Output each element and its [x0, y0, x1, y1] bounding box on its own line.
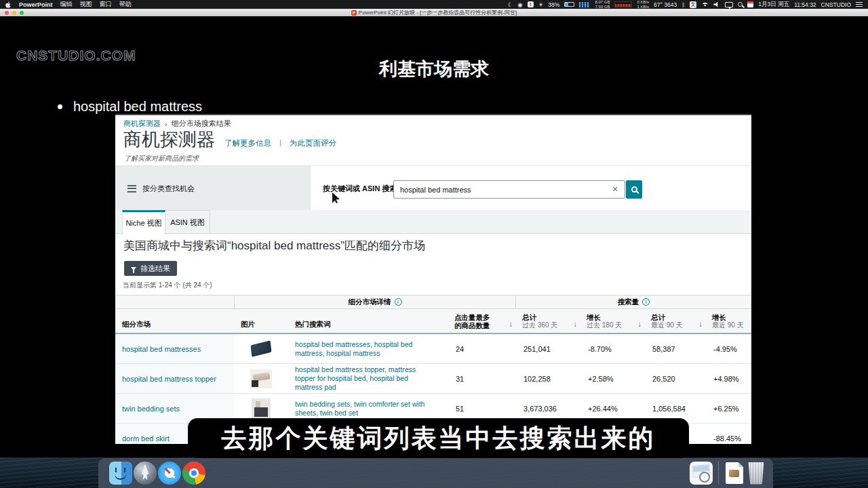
group-niche-details: 细分市场详情 i — [234, 296, 515, 308]
filter-results-button[interactable]: 筛选结果 — [124, 261, 177, 276]
battery-icon[interactable] — [564, 2, 574, 7]
clear-search-icon[interactable]: × — [610, 184, 620, 195]
search-button[interactable] — [626, 180, 642, 199]
growth-90: -4.95% — [705, 334, 751, 363]
safari-icon[interactable] — [158, 462, 181, 485]
window-title: P PowerPoint 幻灯片放映 - [一步一步教你选品可行性分析案例-阿甘… — [351, 9, 517, 16]
sort-arrow-icon[interactable]: ↓ — [573, 319, 577, 329]
volume-icon[interactable] — [713, 2, 720, 7]
bluetooth-icon[interactable]: ᛒ — [682, 1, 685, 8]
col-total-360: 总计过去 360 天 ↓ — [515, 309, 580, 333]
dock-divider — [718, 462, 719, 485]
table-column-headers: 细分市场 图片 热门搜索词 点击量最多的商品数量 ↓ 总计过去 360 天 ↓ … — [115, 309, 751, 334]
alert-icon[interactable]: ! — [528, 1, 534, 7]
slide-title: 利基市场需求 — [0, 57, 868, 81]
launchpad-icon[interactable] — [134, 462, 157, 485]
growth-90: +4.98% — [705, 364, 751, 393]
growth-180: +2.58% — [580, 364, 644, 393]
products-count: 31 — [448, 364, 515, 393]
close-window-button[interactable] — [5, 11, 9, 15]
top-keywords-link[interactable]: hospital bed mattresses, hospital bed ma… — [288, 334, 448, 363]
col-keywords: 热门搜索词 — [288, 309, 448, 333]
mouse-cursor — [332, 192, 340, 203]
niche-link[interactable]: hospital bed mattresses — [115, 334, 234, 363]
apple-menu-icon[interactable] — [5, 1, 12, 8]
results-count: 当前显示第 1-24 个 (共 24 个) — [123, 281, 212, 290]
total-90: 58,387 — [644, 334, 705, 363]
menu-list-icon[interactable] — [856, 2, 863, 7]
macos-menu-bar: PowerPoint 编辑 视图 窗口 帮助 ☾ ◉ ! ☀ 38% 8.07 … — [0, 0, 868, 9]
page-title: 商机探测器 — [123, 127, 215, 152]
filter-funnel-icon — [131, 267, 136, 270]
macos-dock — [98, 458, 773, 488]
sort-arrow-icon[interactable]: ↓ — [698, 319, 703, 329]
minimize-window-button[interactable] — [12, 11, 16, 15]
tab-strip: Niche 视图 ASIN 视图 — [115, 210, 751, 234]
temp-fan-readout[interactable]: 67° 3643 — [654, 1, 677, 8]
info-icon[interactable]: i — [642, 298, 650, 306]
preview-icon[interactable] — [690, 462, 713, 485]
zoom-window-button[interactable] — [20, 11, 24, 15]
products-count: 24 — [448, 334, 515, 363]
tab-niche-view[interactable]: Niche 视图 — [122, 210, 165, 235]
screen: PowerPoint 编辑 视图 窗口 帮助 ☾ ◉ ! ☀ 38% 8.07 … — [0, 0, 868, 488]
browse-by-category[interactable]: 按分类查找机会 — [115, 166, 311, 211]
slide-bullet: hospital bed mattress — [58, 99, 202, 115]
product-image[interactable] — [252, 399, 271, 419]
network-stats[interactable]: 0 KB/s1 KB/s — [637, 0, 649, 9]
menu-user[interactable]: CNSTUDIO — [821, 1, 851, 8]
menu-item-view[interactable]: 视图 — [80, 0, 92, 9]
niche-link[interactable]: hospital bed mattress topper — [115, 364, 234, 393]
memory-stats[interactable]: 8.07 GB7.93 GB — [595, 0, 610, 9]
eye-icon[interactable]: ◉ — [517, 1, 522, 8]
finder-icon[interactable] — [109, 462, 132, 485]
learn-more-link[interactable]: 了解更多信息 — [224, 138, 271, 148]
search-band: 按分类查找机会 按关键词或 ASIN 搜索 × — [115, 165, 751, 210]
col-total-90: 总计最近 90 天 ↓ — [644, 309, 705, 333]
bullet-dot — [58, 104, 62, 109]
menu-item-edit[interactable]: 编辑 — [60, 0, 73, 9]
total-90: 26,520 — [644, 364, 705, 393]
page-tagline: 了解买家对新商品的需求 — [124, 154, 199, 163]
browse-label: 按分类查找机会 — [142, 184, 195, 194]
menu-item-window[interactable]: 窗口 — [100, 0, 112, 9]
growth-90: -88.45% — [705, 424, 751, 444]
powerpoint-icon: P — [351, 10, 357, 16]
wifi-icon[interactable] — [701, 2, 709, 7]
table-row: hospital bed mattress topper hospital be… — [115, 364, 751, 394]
calendar-icon[interactable] — [747, 1, 753, 7]
battery-percent[interactable]: 38% — [548, 1, 559, 8]
product-image[interactable] — [250, 369, 272, 388]
search-label: 按关键词或 ASIN 搜索 — [323, 184, 397, 194]
network-graph-icon[interactable] — [614, 1, 632, 7]
tab-asin-view[interactable]: ASIN 视图 — [165, 210, 210, 234]
chrome-icon[interactable] — [182, 462, 205, 485]
menu-time[interactable]: 11:54:32 — [794, 1, 816, 8]
link-separator: | — [279, 138, 281, 148]
rate-page-link[interactable]: 为此页面评分 — [290, 138, 336, 148]
growth-180: -8.70% — [580, 334, 644, 363]
brightness-icon[interactable]: ☀ — [538, 1, 544, 8]
document-icon[interactable] — [726, 462, 743, 484]
menu-item-help[interactable]: 帮助 — [119, 0, 132, 9]
product-image[interactable] — [251, 340, 272, 357]
search-input[interactable] — [393, 180, 625, 199]
sort-arrow-icon[interactable]: ↓ — [509, 319, 513, 329]
memory-graph-icon[interactable] — [579, 2, 590, 7]
subtitle-overlay: 去那个关键词列表当中去搜索出来的 — [188, 418, 689, 458]
col-growth-180: 增长过去 180 天 ↓ — [580, 309, 644, 333]
sort-arrow-icon[interactable]: ↓ — [637, 319, 642, 329]
window-title-bar: P PowerPoint 幻灯片放映 - [一步一步教你选品可行性分析案例-阿甘… — [0, 9, 868, 16]
col-growth-90: 增长最近 90 天 — [705, 309, 751, 333]
dnd-moon-icon[interactable]: ☾ — [508, 1, 513, 8]
airplay-icon[interactable] — [725, 2, 733, 7]
opportunity-explorer-screenshot: 商机探测器 › 细分市场搜索结果 商机探测器 了解更多信息 | 为此页面评分 了… — [115, 114, 751, 444]
menu-item-app[interactable]: PowerPoint — [19, 1, 53, 8]
info-icon[interactable]: i — [395, 298, 402, 306]
top-keywords-link[interactable]: hospital bed mattress topper, mattress t… — [288, 364, 448, 393]
input-method-icon[interactable]: 文 — [690, 1, 696, 8]
menu-date[interactable]: 1月3日 周五 — [758, 1, 789, 9]
col-image: 图片 — [234, 309, 288, 333]
trash-icon[interactable] — [747, 462, 765, 485]
search-icon[interactable] — [738, 2, 743, 7]
